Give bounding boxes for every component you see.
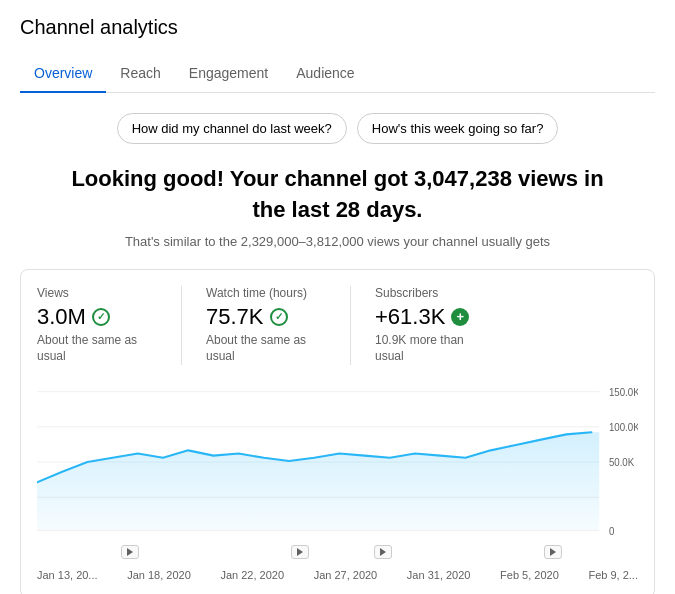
- chart-play-jan31[interactable]: [374, 545, 392, 559]
- tab-overview[interactable]: Overview: [20, 55, 106, 93]
- stat-watchtime-desc: About the same as usual: [206, 332, 326, 366]
- chart-play-feb5[interactable]: [544, 545, 562, 559]
- chart-labels-x: Jan 13, 20... Jan 18, 2020 Jan 22, 2020 …: [37, 565, 638, 581]
- hero-section: Looking good! Your channel got 3,047,238…: [20, 164, 655, 249]
- stat-subscribers-label: Subscribers: [375, 286, 495, 300]
- stat-subscribers: Subscribers +61.3K 10.9K more than usual: [375, 286, 519, 366]
- chart-play-jan27[interactable]: [291, 545, 309, 559]
- quick-btn-last-week[interactable]: How did my channel do last week?: [117, 113, 347, 144]
- chart-icon-row: [37, 541, 638, 563]
- chart-label-jan18: Jan 18, 2020: [127, 569, 191, 581]
- quick-btn-this-week[interactable]: How's this week going so far?: [357, 113, 559, 144]
- stat-views-icon: [92, 308, 110, 326]
- stat-views-value: 3.0M: [37, 304, 86, 330]
- chart-label-jan27: Jan 27, 2020: [314, 569, 378, 581]
- stat-views-label: Views: [37, 286, 157, 300]
- chart-label-feb9: Feb 9, 2...: [588, 569, 638, 581]
- hero-title: Looking good! Your channel got 3,047,238…: [58, 164, 618, 226]
- chart-label-feb5: Feb 5, 2020: [500, 569, 559, 581]
- stat-watchtime-value: 75.7K: [206, 304, 264, 330]
- stat-views: Views 3.0M About the same as usual: [37, 286, 182, 366]
- tab-reach[interactable]: Reach: [106, 55, 174, 93]
- stat-subscribers-value: +61.3K: [375, 304, 445, 330]
- page-title: Channel analytics: [20, 16, 655, 39]
- tab-audience[interactable]: Audience: [282, 55, 368, 93]
- chart-svg: 150.0K 100.0K 50.0K 0: [37, 381, 638, 541]
- stat-watchtime-icon: [270, 308, 288, 326]
- hero-subtitle: That's similar to the 2,329,000–3,812,00…: [20, 234, 655, 249]
- chart-container: 150.0K 100.0K 50.0K 0: [37, 381, 638, 541]
- chart-label-jan13: Jan 13, 20...: [37, 569, 98, 581]
- svg-text:100.0K: 100.0K: [609, 422, 638, 434]
- stat-subscribers-icon: [451, 308, 469, 326]
- chart-play-jan13[interactable]: [121, 545, 139, 559]
- stat-subscribers-desc: 10.9K more than usual: [375, 332, 495, 366]
- stats-row: Views 3.0M About the same as usual Watch…: [37, 286, 638, 366]
- quick-questions: How did my channel do last week? How's t…: [20, 113, 655, 144]
- svg-text:150.0K: 150.0K: [609, 387, 638, 399]
- chart-label-jan22: Jan 22, 2020: [220, 569, 284, 581]
- stats-chart-card: Views 3.0M About the same as usual Watch…: [20, 269, 655, 594]
- svg-text:50.0K: 50.0K: [609, 457, 635, 469]
- stat-watchtime-label: Watch time (hours): [206, 286, 326, 300]
- stat-watchtime: Watch time (hours) 75.7K About the same …: [206, 286, 351, 366]
- tab-engagement[interactable]: Engagement: [175, 55, 282, 93]
- stat-views-desc: About the same as usual: [37, 332, 157, 366]
- chart-label-jan31: Jan 31, 2020: [407, 569, 471, 581]
- tabs-nav: Overview Reach Engagement Audience: [20, 55, 655, 93]
- svg-text:0: 0: [609, 525, 615, 537]
